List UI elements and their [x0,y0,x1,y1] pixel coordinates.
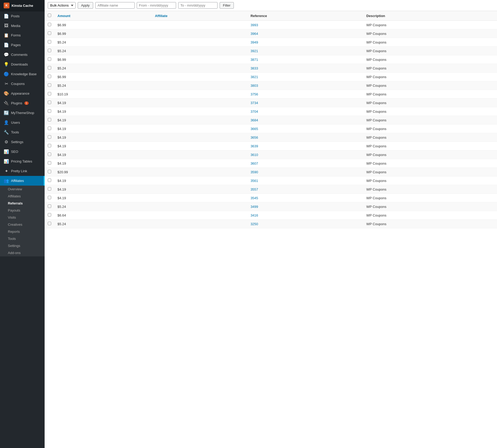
row-checkbox[interactable] [48,127,51,130]
row-checkbox[interactable] [48,23,51,26]
sidebar-item-plugins[interactable]: 🔌 Plugins 1 [0,98,45,108]
row-checkbox[interactable] [48,101,51,104]
sidebar-item-media[interactable]: 🖼 Media [0,21,45,30]
reference-link[interactable]: 3993 [251,23,258,27]
reference-link[interactable]: 3561 [251,179,258,183]
reference-link[interactable]: 3639 [251,144,258,148]
row-checkbox[interactable] [48,57,51,61]
affiliate-name-input[interactable] [95,2,135,9]
sidebar-item-settings[interactable]: ⚙ Settings [0,137,45,147]
row-checkbox[interactable] [48,196,51,199]
sidebar-item-pages[interactable]: 📄 Pages [0,40,45,50]
row-checkbox[interactable] [48,75,51,78]
amount-column-header[interactable]: Amount [54,11,152,21]
row-checkbox[interactable] [48,31,51,35]
bulk-actions-select[interactable]: Bulk Actions [48,2,76,9]
submenu-item-referrals[interactable]: Referrals [0,200,45,207]
affiliate-cell [152,29,247,38]
submenu-item-reports[interactable]: Reports [0,228,45,235]
affiliate-column-header[interactable]: Affiliate [152,11,247,21]
sidebar-item-mythemeshop[interactable]: 🔄 MyThemeShop [0,108,45,118]
reference-link[interactable]: 3684 [251,118,258,122]
reference-link[interactable]: 3665 [251,127,258,131]
row-checkbox[interactable] [48,153,51,156]
from-date-input[interactable] [137,2,176,9]
submenu-item-settings[interactable]: Settings [0,242,45,249]
row-checkbox[interactable] [48,135,51,139]
row-checkbox[interactable] [48,83,51,87]
row-checkbox[interactable] [48,179,51,182]
reference-link[interactable]: 3921 [251,49,258,53]
sidebar-item-label: Affiliates [11,179,24,183]
row-checkbox[interactable] [48,170,51,173]
row-checkbox[interactable] [48,161,51,165]
affiliate-cell [152,185,247,194]
apply-button[interactable]: Apply [78,2,93,9]
reference-link[interactable]: 3821 [251,75,258,79]
sidebar-item-coupons[interactable]: ✂ Coupons [0,79,45,89]
sidebar-item-downloads[interactable]: 💡 Downloads [0,60,45,69]
amount-cell: $4.19 [54,133,152,142]
submenu-item-visits[interactable]: Visits [0,214,45,221]
reference-link[interactable]: 3610 [251,153,258,157]
row-checkbox[interactable] [48,109,51,113]
to-date-input[interactable] [178,2,218,9]
sidebar-item-pricing-tables[interactable]: 📊 Pricing Tables [0,156,45,166]
row-checkbox[interactable] [48,222,51,225]
row-checkbox[interactable] [48,40,51,44]
row-checkbox[interactable] [48,66,51,69]
sidebar-item-label: Forms [11,33,21,37]
row-checkbox[interactable] [48,187,51,191]
reference-link[interactable]: 3704 [251,110,258,114]
reference-link[interactable]: 3871 [251,58,258,62]
row-checkbox-cell [45,194,54,202]
submenu-item-affiliates[interactable]: Affiliates [0,193,45,200]
submenu-item-payouts[interactable]: Payouts [0,207,45,214]
sidebar-item-knowledge-base[interactable]: 🔵 Knowledge Base [0,69,45,79]
row-checkbox[interactable] [48,49,51,52]
sidebar-item-comments[interactable]: 💬 Comments [0,50,45,60]
row-checkbox-cell [45,73,54,81]
reference-link[interactable]: 3590 [251,170,258,174]
reference-link[interactable]: 3833 [251,66,258,70]
sidebar-logo[interactable]: K Kinsta Cache [0,0,45,11]
sidebar-item-pretty-link[interactable]: ✦ Pretty Link [0,166,45,176]
reference-link[interactable]: 3250 [251,222,258,226]
reference-cell: 3639 [247,142,363,150]
submenu-item-overview[interactable]: Overview [0,186,45,193]
reference-link[interactable]: 3656 [251,136,258,139]
reference-link[interactable]: 3964 [251,32,258,36]
row-checkbox[interactable] [48,118,51,121]
submenu-item-creatives[interactable]: Creatives [0,221,45,228]
submenu-item-add-ons[interactable]: Add-ons [0,249,45,256]
reference-link[interactable]: 3949 [251,40,258,44]
reference-link[interactable]: 3545 [251,196,258,200]
filter-button[interactable]: Filter [220,2,234,9]
submenu-item-tools[interactable]: Tools [0,235,45,242]
sidebar-item-appearance[interactable]: 🎨 Appearance [0,89,45,98]
sidebar-item-users[interactable]: 👤 Users [0,118,45,127]
reference-link[interactable]: 3416 [251,213,258,217]
sidebar-item-posts[interactable]: 📄 Posts [0,11,45,21]
description-cell: WP Coupons [363,168,497,176]
sidebar-item-affiliates[interactable]: 👥 Affiliates [0,176,45,186]
reference-link[interactable]: 3756 [251,92,258,96]
row-checkbox-cell [45,81,54,90]
amount-cell: $5.24 [54,81,152,90]
row-checkbox[interactable] [48,144,51,147]
sidebar-item-forms[interactable]: 📋 Forms [0,30,45,40]
reference-link[interactable]: 3803 [251,84,258,88]
sidebar-item-label: Comments [11,53,28,57]
amount-cell: $10.19 [54,90,152,99]
row-checkbox-cell [45,64,54,73]
row-checkbox[interactable] [48,213,51,217]
select-all-checkbox[interactable] [48,14,51,17]
reference-link[interactable]: 3499 [251,205,258,209]
sidebar-item-seo[interactable]: 📊 SEO [0,147,45,156]
reference-link[interactable]: 3557 [251,187,258,191]
row-checkbox[interactable] [48,204,51,208]
reference-link[interactable]: 3734 [251,101,258,105]
reference-link[interactable]: 3607 [251,161,258,165]
row-checkbox[interactable] [48,92,51,95]
sidebar-item-tools[interactable]: 🔧 Tools [0,127,45,137]
